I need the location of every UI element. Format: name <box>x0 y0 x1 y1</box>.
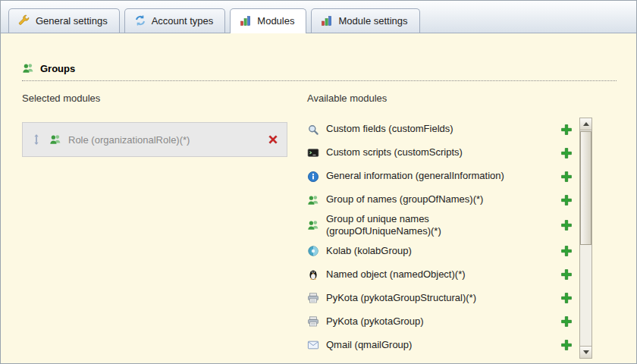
add-module-button[interactable] <box>560 268 573 281</box>
plus-icon <box>560 315 573 328</box>
available-modules-wrap: Custom fields (customFields)Custom scrip… <box>307 118 592 359</box>
available-module-label: Custom fields (customFields) <box>326 123 453 135</box>
tab-label: Account types <box>152 15 214 27</box>
wrench-icon <box>18 14 30 27</box>
selected-module-row: Role (organizationalRole)(*) <box>22 122 287 157</box>
available-module-row: PyKota (pykotaGroup) <box>307 310 573 334</box>
plus-icon <box>560 124 573 136</box>
available-module-row: Qmail (qmailGroup) <box>307 334 573 357</box>
tab-modules[interactable]: Modules <box>230 8 306 33</box>
plus-icon <box>560 219 573 231</box>
kolab-icon <box>307 245 319 257</box>
add-module-button[interactable] <box>560 339 573 351</box>
search-icon <box>307 124 319 136</box>
printer-icon <box>307 315 319 328</box>
plus-icon <box>560 194 573 206</box>
available-module-row: Custom fields (customFields) <box>307 118 573 141</box>
available-module-label: Group of unique names (groupOfUniqueName… <box>326 213 525 238</box>
add-module-button[interactable] <box>560 292 573 304</box>
plus-icon <box>560 245 573 257</box>
available-module-label: Qmail (qmailGroup) <box>326 339 412 351</box>
configuration-window: General settingsAccount typesModulesModu… <box>0 0 637 364</box>
terminal-icon <box>307 147 319 159</box>
plus-icon <box>560 147 573 159</box>
gears-icon <box>134 14 146 27</box>
scrollbar-thumb[interactable] <box>580 131 592 245</box>
available-module-row: Custom scripts (customScripts) <box>307 141 573 165</box>
group-icon <box>307 194 319 206</box>
tab-account-types[interactable]: Account types <box>124 8 226 33</box>
plus-icon <box>560 171 573 183</box>
available-modules-column: Available modules Custom fields (customF… <box>307 93 592 359</box>
group-icon <box>22 62 34 74</box>
available-module-label: Custom scripts (customScripts) <box>326 146 463 158</box>
available-module-row: PyKota (pykotaGroupStructural)(*) <box>307 287 573 310</box>
add-module-button[interactable] <box>560 194 573 206</box>
add-module-button[interactable] <box>560 124 573 136</box>
delete-icon <box>267 133 279 146</box>
tab-bar: General settingsAccount typesModulesModu… <box>1 1 636 33</box>
scroll-up-arrow-icon <box>583 122 589 126</box>
add-module-button[interactable] <box>560 147 573 159</box>
available-modules-label: Available modules <box>307 93 592 104</box>
available-modules-list: Custom fields (customFields)Custom scrip… <box>307 118 573 357</box>
modules-icon <box>240 14 252 27</box>
tab-general-settings[interactable]: General settings <box>8 8 120 33</box>
plus-icon <box>560 339 573 351</box>
group-icon <box>307 219 319 231</box>
available-module-label: Group of names (groupOfNames)(*) <box>326 193 483 206</box>
available-module-row: Named object (namedObject)(*) <box>307 263 573 287</box>
tab-label: Modules <box>257 15 294 27</box>
remove-module-button[interactable] <box>267 133 279 146</box>
add-module-button[interactable] <box>560 245 573 257</box>
available-module-row: Kolab (kolabGroup) <box>307 240 573 263</box>
scroll-down-arrow-icon <box>583 350 589 354</box>
add-module-button[interactable] <box>560 315 573 328</box>
penguin-icon <box>307 268 319 281</box>
plus-icon <box>560 268 573 281</box>
selected-modules-label: Selected modules <box>22 93 287 104</box>
tab-module-settings[interactable]: Module settings <box>311 8 419 33</box>
mail-icon <box>307 339 319 351</box>
selected-module-label: Role (organizationalRole)(*) <box>68 134 190 146</box>
available-module-label: General information (generalInformation) <box>326 170 504 182</box>
scrollbar-track[interactable] <box>579 118 592 359</box>
available-module-label: PyKota (pykotaGroupStructural)(*) <box>326 292 476 304</box>
add-module-button[interactable] <box>560 219 573 231</box>
modules-panel: Groups Selected modules Role (organizati… <box>1 33 636 363</box>
available-module-label: Kolab (kolabGroup) <box>326 245 412 257</box>
section-title: Groups <box>40 63 75 74</box>
group-icon <box>49 133 61 146</box>
drag-handle-icon[interactable] <box>30 133 42 146</box>
selected-modules-column: Selected modules Role (organizationalRol… <box>22 93 287 157</box>
available-module-row: Group of unique names (groupOfUniqueName… <box>307 212 573 240</box>
section-header: Groups <box>22 62 617 81</box>
selected-modules-list: Role (organizationalRole)(*) <box>22 122 287 157</box>
available-module-row: Group of names (groupOfNames)(*) <box>307 188 573 212</box>
available-module-row: General information (generalInformation) <box>307 165 573 188</box>
add-module-button[interactable] <box>560 171 573 183</box>
available-module-label: PyKota (pykotaGroup) <box>326 315 424 328</box>
tab-label: General settings <box>36 15 108 27</box>
scrollbar-down-button[interactable] <box>580 346 592 358</box>
plus-icon <box>560 292 573 304</box>
scrollbar-up-button[interactable] <box>580 118 592 130</box>
tab-label: Module settings <box>338 15 407 27</box>
info-icon <box>307 171 319 183</box>
available-module-label: Named object (namedObject)(*) <box>326 268 466 281</box>
modules-icon <box>321 14 333 27</box>
printer-icon <box>307 292 319 304</box>
